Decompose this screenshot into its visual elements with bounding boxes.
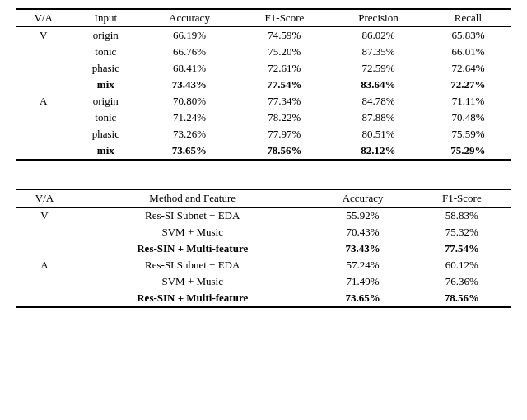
col-precision: Precision [331,9,426,27]
cell-input: origin [70,93,141,110]
cell-recall: 75.29% [426,142,511,160]
col-recall: Recall [426,9,511,27]
cell-va [16,273,72,290]
cell-precision: 84.78% [331,93,426,110]
cell-recall: 70.48% [426,110,511,126]
cell-f1: 76.36% [413,273,511,290]
cell-recall: 66.01% [426,44,511,60]
cell-accuracy: 73.65% [312,290,413,307]
table1-wrapper: V/A Input Accuracy F1-Score Precision Re… [16,8,511,161]
table2-wrapper: V/A Method and Feature Accuracy F1-Score… [16,189,511,308]
cell-f1: 78.22% [238,110,331,126]
cell-input: mix [70,142,141,160]
cell-va: A [16,257,72,273]
cell-method: Res-SI Subnet + EDA [72,257,312,273]
cell-method: Res-SIN + Multi-feature [72,290,312,307]
col-input: Input [70,9,141,27]
table-row: Aorigin70.80%77.34%84.78%71.11% [16,93,511,110]
cell-f1: 77.34% [238,93,331,110]
cell-va [16,77,70,93]
cell-va: V [16,208,72,225]
table-row: phasic68.41%72.61%72.59%72.64% [16,60,511,77]
cell-va [16,290,72,307]
cell-f1: 58.83% [413,208,511,225]
table-row: mix73.43%77.54%83.64%72.27% [16,77,511,93]
cell-precision: 83.64% [331,77,426,93]
cell-f1: 77.54% [413,240,511,257]
cell-va [16,142,70,160]
cell-f1: 72.61% [238,60,331,77]
table-row: Res-SIN + Multi-feature73.65%78.56% [16,290,511,307]
cell-method: SVM + Music [72,224,312,240]
col-va: V/A [16,9,70,27]
col-f1: F1-Score [238,9,331,27]
table-row: mix73.65%78.56%82.12%75.29% [16,142,511,160]
cell-precision: 87.88% [331,110,426,126]
cell-accuracy: 70.80% [141,93,237,110]
cell-f1: 78.56% [413,290,511,307]
cell-f1: 78.56% [238,142,331,160]
col2-method: Method and Feature [72,189,312,208]
cell-precision: 82.12% [331,142,426,160]
cell-accuracy: 70.43% [312,224,413,240]
cell-f1: 75.32% [413,224,511,240]
col2-f1: F1-Score [413,189,511,208]
cell-f1: 77.54% [238,77,331,93]
cell-accuracy: 71.24% [141,110,237,126]
cell-accuracy: 66.76% [141,44,237,60]
cell-f1: 77.97% [238,126,331,142]
cell-recall: 72.27% [426,77,511,93]
cell-input: tonic [70,110,141,126]
cell-precision: 72.59% [331,60,426,77]
cell-accuracy: 66.19% [141,27,237,44]
cell-va [16,60,70,77]
table1: V/A Input Accuracy F1-Score Precision Re… [16,8,511,161]
col2-va: V/A [16,189,72,208]
cell-recall: 75.59% [426,126,511,142]
cell-recall: 65.83% [426,27,511,44]
cell-accuracy: 73.26% [141,126,237,142]
cell-va: V [16,27,70,44]
cell-va: A [16,93,70,110]
table-row: SVM + Music71.49%76.36% [16,273,511,290]
cell-va [16,110,70,126]
table-row: Vorigin66.19%74.59%86.02%65.83% [16,27,511,44]
cell-method: Res-SIN + Multi-feature [72,240,312,257]
cell-recall: 71.11% [426,93,511,110]
cell-precision: 80.51% [331,126,426,142]
cell-f1: 60.12% [413,257,511,273]
cell-input: origin [70,27,141,44]
table-row: tonic71.24%78.22%87.88%70.48% [16,110,511,126]
cell-va [16,224,72,240]
table-row: Res-SIN + Multi-feature73.43%77.54% [16,240,511,257]
table-spacer [16,175,511,189]
cell-accuracy: 71.49% [312,273,413,290]
cell-va [16,44,70,60]
cell-method: SVM + Music [72,273,312,290]
cell-accuracy: 55.92% [312,208,413,225]
cell-precision: 86.02% [331,27,426,44]
cell-input: mix [70,77,141,93]
table-row: tonic66.76%75.20%87.35%66.01% [16,44,511,60]
cell-va [16,240,72,257]
table-row: phasic73.26%77.97%80.51%75.59% [16,126,511,142]
cell-f1: 75.20% [238,44,331,60]
cell-accuracy: 57.24% [312,257,413,273]
table2: V/A Method and Feature Accuracy F1-Score… [16,189,511,308]
cell-f1: 74.59% [238,27,331,44]
cell-accuracy: 73.65% [141,142,237,160]
cell-input: phasic [70,60,141,77]
cell-input: tonic [70,44,141,60]
col-accuracy: Accuracy [141,9,237,27]
cell-accuracy: 73.43% [312,240,413,257]
cell-input: phasic [70,126,141,142]
cell-accuracy: 73.43% [141,77,237,93]
col2-accuracy: Accuracy [312,189,413,208]
cell-recall: 72.64% [426,60,511,77]
cell-accuracy: 68.41% [141,60,237,77]
table-row: VRes-SI Subnet + EDA55.92%58.83% [16,208,511,225]
table-row: SVM + Music70.43%75.32% [16,224,511,240]
cell-method: Res-SI Subnet + EDA [72,208,312,225]
cell-va [16,126,70,142]
table-row: ARes-SI Subnet + EDA57.24%60.12% [16,257,511,273]
